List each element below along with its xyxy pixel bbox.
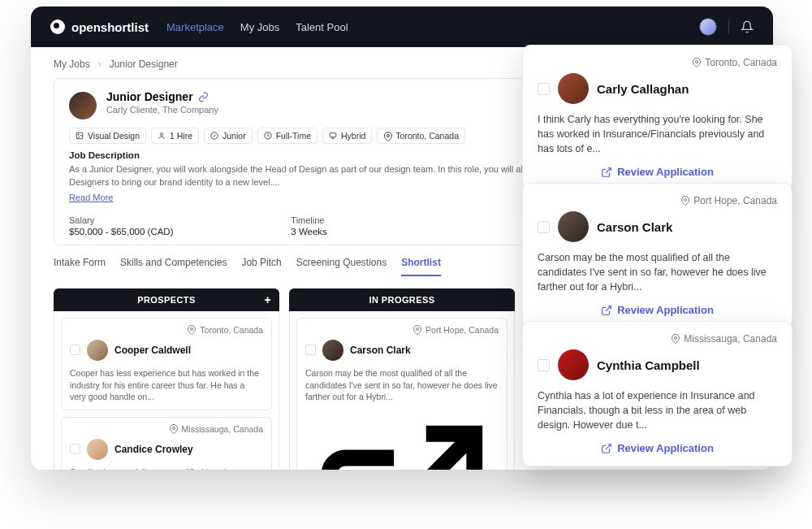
review-application-link[interactable]: Review Application: [305, 410, 499, 470]
review-application-link[interactable]: Review Application: [538, 442, 777, 454]
review-application-link[interactable]: Review Application: [538, 166, 777, 178]
breadcrumb-current: Junior Designer: [110, 59, 178, 70]
candidate-summary: Cynthia has a lot of experience in Insur…: [538, 388, 777, 432]
user-avatar[interactable]: [699, 18, 717, 36]
bell-icon[interactable]: [741, 20, 754, 33]
candidate-card[interactable]: Port Hope, CanadaCarson ClarkCarson may …: [296, 318, 508, 470]
timeline-value: 3 Weeks: [291, 227, 512, 236]
job-tag: Visual Design: [69, 128, 146, 144]
tab-skills-and-competencies[interactable]: Skills and Competencies: [120, 257, 227, 276]
candidate-name: Carly Callaghan: [597, 82, 689, 96]
job-tag: 1 Hire: [151, 128, 199, 144]
select-checkbox[interactable]: [305, 345, 316, 355]
job-tag: Hybrid: [322, 128, 372, 144]
candidate-card[interactable]: Toronto, CanadaCooper CaldwellCooper has…: [61, 318, 272, 410]
select-checkbox[interactable]: [70, 444, 80, 454]
job-title-text: Junior Designer: [106, 90, 193, 103]
svg-point-14: [675, 337, 677, 340]
topbar-right: [699, 18, 754, 36]
divider: [728, 20, 729, 34]
read-more-link[interactable]: Read More: [69, 193, 113, 202]
salary-label: Salary: [69, 215, 291, 225]
candidate-avatar: [87, 340, 108, 361]
candidate-summary: I think Carly has everything you're look…: [538, 112, 777, 156]
column-body: Port Hope, CanadaCarson ClarkCarson may …: [289, 311, 515, 470]
svg-point-6: [387, 135, 390, 137]
chevron-right-icon: ›: [98, 59, 102, 70]
column-body: Toronto, CanadaCooper CaldwellCooper has…: [54, 311, 279, 470]
column-header: PROSPECTS+: [54, 288, 279, 311]
brand-logo-icon: [50, 20, 65, 34]
svg-point-1: [78, 134, 79, 135]
svg-point-12: [696, 61, 698, 63]
candidate-name: Cynthia Campbell: [597, 358, 700, 372]
nav-talent-pool[interactable]: Talent Pool: [296, 21, 348, 33]
card-location: Toronto, Canada: [538, 57, 777, 68]
select-checkbox[interactable]: [538, 83, 550, 95]
candidate-card-float[interactable]: Port Hope, CanadaCarson ClarkCarson may …: [522, 183, 793, 328]
svg-point-2: [160, 133, 162, 136]
image-icon: [76, 132, 84, 140]
pin-icon: [383, 132, 391, 140]
shortlist-column: PROSPECTS+Toronto, CanadaCooper Caldwell…: [54, 288, 279, 470]
tab-shortlist[interactable]: Shortlist: [401, 257, 441, 276]
tab-job-pitch[interactable]: Job Pitch: [241, 257, 281, 276]
candidate-avatar: [558, 73, 589, 104]
job-tag: Junior: [204, 128, 253, 144]
salary-value: $50,000 - $65,000 (CAD): [69, 227, 291, 236]
candidate-card-float[interactable]: Mississauga, CanadaCynthia CampbellCynth…: [522, 321, 793, 466]
check-icon: [210, 132, 218, 140]
card-location: Port Hope, Canada: [538, 195, 777, 206]
job-title: Junior Designer: [106, 90, 218, 103]
add-prospect-button[interactable]: +: [264, 293, 271, 306]
job-owner-avatar: [69, 92, 97, 119]
candidate-name: Carson Clark: [350, 345, 411, 356]
breadcrumb-root[interactable]: My Jobs: [54, 59, 90, 70]
svg-point-8: [172, 427, 175, 429]
shortlist-column: IN PROGRESSPort Hope, CanadaCarson Clark…: [289, 288, 515, 470]
select-checkbox[interactable]: [70, 345, 80, 355]
review-application-link[interactable]: Review Application: [538, 304, 777, 316]
card-location: Mississauga, Canada: [538, 333, 777, 345]
card-location: Mississauga, Canada: [70, 424, 263, 434]
candidate-avatar: [558, 349, 589, 380]
hybrid-icon: [329, 132, 337, 140]
pin-icon: [692, 58, 702, 67]
brand[interactable]: openshortlist: [50, 20, 149, 34]
nav-marketplace[interactable]: Marketplace: [166, 21, 224, 33]
select-checkbox[interactable]: [538, 359, 550, 371]
pin-icon: [169, 424, 179, 434]
timeline-label: Timeline: [291, 215, 512, 225]
svg-point-3: [211, 132, 218, 139]
job-tag: Full-Time: [257, 128, 317, 144]
candidate-avatar: [558, 211, 589, 242]
pin-icon: [671, 334, 680, 344]
brand-name: openshortlist: [71, 20, 149, 34]
candidate-name: Cooper Caldwell: [114, 345, 191, 356]
tab-intake-form[interactable]: Intake Form: [54, 257, 106, 276]
column-header: IN PROGRESS: [289, 288, 515, 311]
pin-icon: [680, 196, 690, 206]
card-location: Toronto, Canada: [70, 325, 263, 335]
candidate-summary: Candice is potentially over qualified bu…: [70, 466, 263, 470]
job-tag: Toronto, Canada: [377, 128, 465, 144]
job-subtitle: Carly Cliente, The Company: [106, 105, 218, 115]
person-icon: [158, 132, 166, 140]
svg-point-7: [191, 327, 193, 330]
select-checkbox[interactable]: [538, 221, 550, 233]
tab-screening-questions[interactable]: Screening Questions: [296, 257, 387, 276]
nav-my-jobs[interactable]: My Jobs: [240, 21, 279, 33]
candidate-summary: Carson may be the most qualified of all …: [305, 367, 499, 403]
candidate-card-float[interactable]: Toronto, CanadaCarly CallaghanI think Ca…: [522, 45, 793, 190]
pin-icon: [187, 325, 197, 335]
card-location: Port Hope, Canada: [305, 325, 499, 335]
candidate-summary: Carson may be the most qualified of all …: [538, 250, 777, 294]
candidate-avatar: [87, 439, 108, 460]
clock-icon: [264, 132, 272, 140]
candidate-card[interactable]: Mississauga, CanadaCandice CrowleyCandic…: [61, 417, 272, 470]
candidate-summary: Cooper has less experience but has worke…: [70, 367, 263, 403]
link-icon[interactable]: [198, 92, 209, 102]
svg-rect-5: [330, 133, 336, 137]
svg-point-13: [685, 199, 687, 202]
candidate-name: Candice Crowley: [114, 444, 193, 455]
